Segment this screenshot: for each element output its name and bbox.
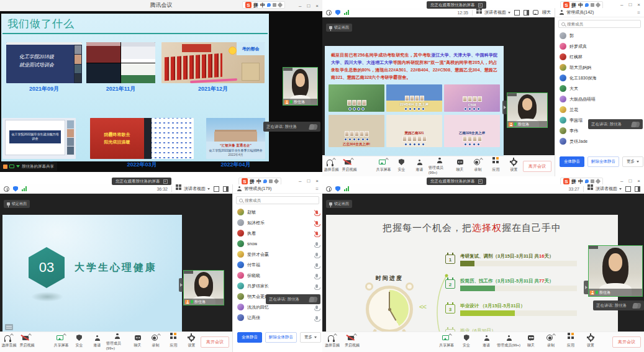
close-button[interactable]: × xyxy=(637,2,640,7)
pin-screen-button[interactable]: 锁定画面 xyxy=(326,24,352,32)
restore-button[interactable]: □ xyxy=(307,178,310,184)
view-mode-dropdown[interactable]: 演讲者视图 xyxy=(587,186,622,192)
slide-nav-icon[interactable] xyxy=(5,324,13,330)
pill-close-icon[interactable]: × xyxy=(478,3,483,7)
audio-button[interactable]: 选择音频 xyxy=(0,335,18,350)
panel-menu-icon[interactable]: ≡ xyxy=(315,186,319,192)
restore-button[interactable]: □ xyxy=(628,2,632,7)
member-row[interactable]: 大天 xyxy=(555,83,644,94)
pin-screen-button[interactable]: 锁定画面 xyxy=(326,200,352,208)
record-button[interactable]: 录制 xyxy=(147,335,165,350)
member-search[interactable] xyxy=(236,196,319,204)
unmute-all-button[interactable]: 解除全体静音 xyxy=(587,156,619,167)
shield-icon[interactable] xyxy=(335,10,340,16)
chat-icon[interactable] xyxy=(533,10,538,15)
video-button[interactable]: 开启视频 xyxy=(18,335,36,350)
view-mode-dropdown[interactable]: 演讲者视图 xyxy=(476,9,510,16)
member-row[interactable]: 吕梦钰家长 xyxy=(233,281,322,291)
member-row[interactable]: 化工1830探海 xyxy=(555,73,644,83)
search-input[interactable] xyxy=(567,22,638,26)
member-row[interactable]: snow xyxy=(233,238,322,249)
security-button[interactable]: 安全 xyxy=(392,159,410,174)
more-button[interactable]: 更多 xyxy=(300,332,321,343)
member-row[interactable]: 付常福 xyxy=(233,259,322,270)
shield-icon[interactable] xyxy=(13,186,18,192)
manage-members-button[interactable]: 管理成员(99+) xyxy=(496,335,521,350)
member-row[interactable]: 如沐橙乐 xyxy=(233,217,322,228)
share-screen-button[interactable]: 共享屏幕 xyxy=(437,335,456,350)
security-button[interactable]: 安全 xyxy=(70,335,88,350)
member-search[interactable] xyxy=(558,20,641,28)
side-panel-icon[interactable] xyxy=(635,186,640,192)
network-signal-icon[interactable] xyxy=(344,10,349,15)
close-button[interactable]: × xyxy=(315,3,319,9)
member-row[interactable]: 爱拼才会赢 xyxy=(233,249,322,259)
member-row[interactable]: 大眼晶晶嘻嘻 xyxy=(555,94,644,104)
ime-indicator[interactable]: S 拼 中 xyxy=(242,1,285,9)
collapse-thumbnail-handle[interactable] xyxy=(584,281,588,294)
side-panel-icon[interactable] xyxy=(524,10,529,16)
minimize-button[interactable]: – xyxy=(299,178,301,184)
manage-members-button[interactable]: 管理成员(99+) xyxy=(429,157,451,176)
apps-button[interactable]: 应用 xyxy=(165,335,183,350)
view-mode-dropdown[interactable]: 演讲者视图 xyxy=(176,186,210,192)
network-signal-icon[interactable] xyxy=(344,186,349,191)
invite-button[interactable]: 邀请 xyxy=(410,159,429,174)
fullscreen-icon[interactable] xyxy=(514,10,520,16)
panel-menu-icon[interactable]: ≡ xyxy=(637,10,640,16)
settings-button[interactable]: 设置 xyxy=(505,159,523,174)
shield-icon[interactable] xyxy=(335,186,340,192)
security-button[interactable]: 安全 xyxy=(456,335,476,350)
collapse-thumbnail-handle[interactable] xyxy=(502,101,507,114)
pin-screen-button[interactable]: 锁定画面 xyxy=(4,200,30,208)
member-row[interactable]: 侯晓晓 xyxy=(233,270,322,281)
self-video-thumbnail[interactable]: 殷佳洛 xyxy=(183,270,224,305)
chat-label[interactable]: 聊天 xyxy=(542,9,551,16)
invite-button[interactable]: 邀请 xyxy=(88,335,106,350)
collapse-thumbnail-handle[interactable] xyxy=(179,278,183,292)
mute-all-button[interactable]: 全体静音 xyxy=(560,156,584,167)
network-signal-icon[interactable] xyxy=(22,186,27,191)
member-row[interactable]: 郭 xyxy=(555,30,644,41)
self-video-thumbnail[interactable]: 殷佳洛 xyxy=(588,245,643,297)
record-button[interactable]: 录制 xyxy=(541,335,561,350)
fullscreen-icon[interactable] xyxy=(625,186,631,192)
unmute-all-button[interactable]: 解除全体静音 xyxy=(265,332,297,343)
leave-meeting-button[interactable]: 离开会议 xyxy=(201,336,229,348)
invite-button[interactable]: 邀请 xyxy=(476,335,496,350)
video-button[interactable]: 开启视频 xyxy=(342,335,362,350)
audio-button[interactable]: 选择音频 xyxy=(322,335,342,350)
share-screen-button[interactable]: 共享屏幕 xyxy=(374,159,392,174)
search-input[interactable] xyxy=(245,198,316,202)
member-row[interactable]: 赵敏 xyxy=(233,207,322,217)
member-row[interactable]: 执着 xyxy=(233,228,322,238)
close-button[interactable]: × xyxy=(315,178,319,184)
member-row[interactable]: 好梦成真 xyxy=(555,41,644,52)
settings-button[interactable]: 设置 xyxy=(183,335,201,350)
chat-button[interactable]: 聊天 xyxy=(451,159,469,174)
audio-button[interactable]: 选择音频 xyxy=(322,159,340,174)
more-button[interactable]: 更多 xyxy=(622,156,643,167)
member-row[interactable]: 让高佳 xyxy=(233,312,322,323)
chat-button[interactable]: 聊天 xyxy=(129,335,147,350)
apps-button[interactable]: 应用 xyxy=(487,159,505,174)
leave-meeting-button[interactable]: 离开会议 xyxy=(612,336,641,348)
restore-button[interactable]: □ xyxy=(628,178,632,184)
self-video-thumbnail[interactable]: 殷佳洛 xyxy=(507,93,548,128)
video-button[interactable]: 开启视频 xyxy=(340,159,358,174)
member-row[interactable]: 兰花 xyxy=(555,104,644,115)
self-video-thumbnail[interactable]: 殷佳洛 xyxy=(283,67,318,106)
share-screen-button[interactable]: 共享屏幕 xyxy=(52,335,70,350)
mute-all-button[interactable]: 全体静音 xyxy=(237,332,262,343)
restore-button[interactable]: □ xyxy=(307,3,310,9)
member-row[interactable]: 灵钰Jade xyxy=(555,136,644,147)
pill-close-icon[interactable]: × xyxy=(163,179,168,184)
info-icon[interactable] xyxy=(326,186,332,192)
info-icon[interactable] xyxy=(326,10,332,16)
member-row[interactable]: 胡天浩妈妈 xyxy=(555,62,644,73)
manage-members-button[interactable]: 管理成员(99+) xyxy=(106,333,129,352)
close-button[interactable]: × xyxy=(637,178,640,184)
apps-button[interactable]: 应用 xyxy=(561,335,581,350)
minimize-button[interactable]: – xyxy=(620,2,623,7)
pill-close-icon[interactable]: × xyxy=(478,179,483,184)
